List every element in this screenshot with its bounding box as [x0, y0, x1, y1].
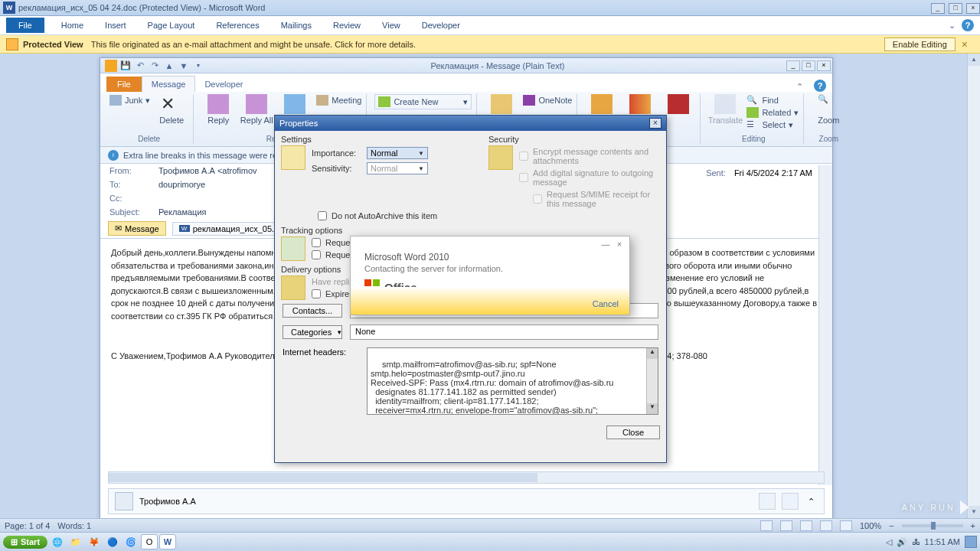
ribbon-collapse-icon[interactable]: ⌃: [794, 82, 805, 92]
protected-close-icon[interactable]: ×: [956, 38, 974, 51]
reply-button[interactable]: Reply: [201, 94, 235, 125]
categorize-button[interactable]: [623, 94, 657, 116]
attachment-file[interactable]: Wрекламация_исх_05.0: [172, 222, 286, 236]
show-desktop-button[interactable]: [965, 536, 977, 548]
tab-pagelayout[interactable]: Page Layout: [137, 18, 206, 33]
prev-icon[interactable]: ▲: [163, 60, 175, 72]
tab-references[interactable]: References: [205, 18, 270, 33]
properties-close-icon[interactable]: ×: [649, 118, 662, 129]
start-button[interactable]: ⊞Start: [3, 536, 47, 549]
settings-icon: [281, 145, 305, 170]
ie-icon[interactable]: 🌐: [49, 534, 66, 549]
horizontal-scrollbar[interactable]: [108, 471, 825, 484]
ol-tab-developer[interactable]: Developer: [195, 77, 252, 92]
select-button[interactable]: ☰Select ▾: [746, 119, 799, 131]
view-draft-button[interactable]: [840, 520, 852, 531]
view-print-button[interactable]: [760, 520, 773, 531]
view-fullscreen-button[interactable]: [780, 520, 792, 531]
expand-icon[interactable]: ⌃: [805, 497, 818, 507]
ol-file-tab[interactable]: File: [106, 77, 142, 92]
categories-button[interactable]: Categories▼: [283, 325, 342, 339]
find-button[interactable]: 🔍Find: [746, 94, 799, 106]
tab-view[interactable]: View: [371, 18, 411, 33]
people-button-2[interactable]: [782, 493, 799, 510]
importance-dropdown[interactable]: Normal▼: [367, 147, 428, 159]
dlg-minimize-icon[interactable]: —: [599, 240, 612, 249]
word-titlebar: W рекламация_исх_05 04 24.doc (Protected…: [0, 0, 980, 16]
scroll-down-icon[interactable]: ▼: [968, 506, 980, 518]
qat-dropdown-icon[interactable]: ▼: [192, 60, 204, 72]
meeting-button[interactable]: Meeting: [316, 94, 361, 106]
cc-label: Cc:: [109, 194, 158, 203]
ol-help-icon[interactable]: ?: [814, 80, 826, 92]
explorer-icon[interactable]: 📁: [67, 534, 84, 549]
people-button-1[interactable]: [759, 493, 776, 510]
message-tab-button[interactable]: ✉Message: [108, 221, 166, 236]
firefox-icon[interactable]: 🦊: [86, 534, 103, 549]
page-status[interactable]: Page: 1 of 4: [5, 521, 50, 530]
tab-insert[interactable]: Insert: [94, 18, 137, 33]
next-icon[interactable]: ▼: [178, 60, 190, 72]
ol-close-button[interactable]: ×: [817, 60, 831, 71]
undo-icon[interactable]: ↶: [134, 60, 146, 72]
close-button[interactable]: ×: [966, 3, 980, 14]
related-button[interactable]: Related ▾: [746, 106, 799, 119]
headers-scrollbar[interactable]: ▲▼: [646, 348, 658, 414]
maximize-button[interactable]: □: [949, 3, 962, 14]
delete-button[interactable]: ✕Delete: [155, 94, 188, 125]
zoom-in-icon[interactable]: +: [971, 521, 975, 530]
internet-headers-label: Internet headers:: [283, 347, 359, 357]
zoom-button[interactable]: 🔍Zoom: [812, 94, 845, 125]
word-taskbar-icon[interactable]: W: [159, 534, 176, 549]
tray-expand-icon[interactable]: ◁: [886, 537, 892, 547]
save-icon[interactable]: 💾: [119, 60, 132, 72]
zoom-level[interactable]: 100%: [860, 521, 881, 530]
shield-icon: [6, 38, 18, 51]
translate-button[interactable]: Translate: [708, 94, 742, 125]
properties-close-button[interactable]: Close: [606, 425, 660, 439]
cancel-link[interactable]: Cancel: [593, 299, 619, 308]
flag-button[interactable]: [585, 94, 619, 116]
protected-view-message[interactable]: This file originated as an e-mail attach…: [91, 40, 884, 49]
view-web-button[interactable]: [800, 520, 812, 531]
junk-button[interactable]: Junk ▾: [109, 94, 150, 106]
view-outline-button[interactable]: [820, 520, 832, 531]
create-new-button[interactable]: Create New▾: [374, 94, 472, 109]
tab-review[interactable]: Review: [322, 18, 371, 33]
onenote-button[interactable]: OneNote: [523, 94, 572, 106]
internet-headers-box[interactable]: smtp.mailfrom=atrofimov@as-sib.ru; spf=N…: [367, 347, 658, 415]
help-icon[interactable]: ?: [962, 19, 974, 31]
tracking-icon: [281, 236, 305, 261]
words-status[interactable]: Words: 1: [57, 521, 91, 530]
move-button[interactable]: [485, 94, 518, 116]
network-icon[interactable]: 🖧: [912, 537, 920, 546]
minimize-button[interactable]: _: [931, 3, 945, 14]
outlook-taskbar-icon[interactable]: O: [141, 534, 158, 549]
ol-maximize-button[interactable]: □: [802, 60, 815, 71]
vertical-scrollbar[interactable]: ▲ ▼: [967, 54, 980, 518]
tab-developer[interactable]: Developer: [411, 18, 471, 33]
followup-button[interactable]: [662, 94, 695, 116]
dlg-close-icon[interactable]: ×: [612, 240, 626, 249]
noarchive-checkbox[interactable]: Do not AutoArchive this item: [275, 210, 666, 222]
ol-minimize-button[interactable]: _: [786, 60, 800, 71]
contacts-button[interactable]: Contacts...: [283, 304, 342, 318]
zoom-slider[interactable]: [902, 524, 963, 527]
scroll-up-icon[interactable]: ▲: [968, 54, 980, 66]
enable-editing-button[interactable]: Enable Editing: [884, 37, 956, 51]
categories-field[interactable]: None: [350, 324, 658, 340]
chrome-icon[interactable]: 🔵: [104, 534, 121, 549]
zoom-out-icon[interactable]: −: [889, 521, 893, 530]
ol-tab-message[interactable]: Message: [142, 76, 196, 92]
volume-icon[interactable]: 🔊: [897, 537, 907, 547]
properties-titlebar[interactable]: Properties ×: [275, 116, 666, 131]
file-tab[interactable]: File: [6, 18, 44, 33]
edge-icon[interactable]: 🌀: [122, 534, 139, 549]
right-scroll-strip[interactable]: [818, 165, 832, 485]
redo-icon[interactable]: ↷: [149, 60, 161, 72]
tab-mailings[interactable]: Mailings: [270, 18, 322, 33]
tab-home[interactable]: Home: [51, 18, 94, 33]
clock[interactable]: 11:51 AM: [925, 537, 960, 546]
replyall-button[interactable]: Reply All: [240, 94, 273, 125]
ribbon-minimize-icon[interactable]: ⌄: [949, 21, 956, 31]
